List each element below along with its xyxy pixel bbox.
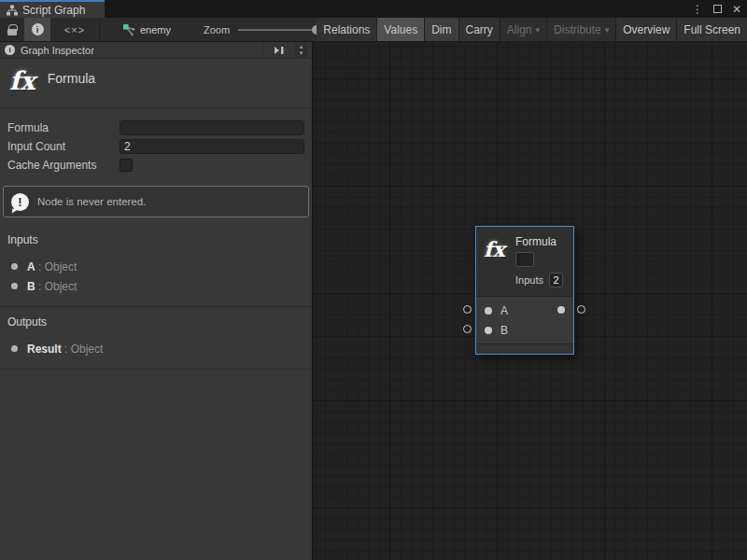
lock-icon <box>7 29 17 35</box>
input-count-field-row: Input Count <box>7 137 304 156</box>
input-type: : Object <box>38 260 77 273</box>
distribute-button[interactable]: Distribute ▾ <box>547 18 615 41</box>
node-title: Formula <box>515 235 563 248</box>
info-icon: i <box>5 45 15 55</box>
inspector-node-title-block: fx Formula <box>0 59 312 108</box>
dim-button[interactable]: Dim <box>425 18 458 41</box>
node-inputs-row: Inputs 2 <box>515 273 563 287</box>
code-icon: <×> <box>64 24 85 35</box>
input-count-label: Input Count <box>7 140 120 153</box>
breadcrumb-graph-name: enemy <box>140 24 171 35</box>
dock-right-icon <box>274 46 285 55</box>
dim-label: Dim <box>431 23 451 36</box>
overview-button[interactable]: Overview <box>616 18 676 41</box>
inputs-header: Inputs <box>7 233 304 246</box>
graph-canvas[interactable]: fx Formula Inputs 2 A <box>313 42 747 560</box>
port-a-label: A <box>500 304 508 317</box>
toolbar-separator <box>99 18 100 41</box>
inspector-fields: Formula Input Count Cache Arguments <box>0 108 312 179</box>
relations-button[interactable]: Relations <box>317 18 376 41</box>
input-count-input[interactable] <box>120 139 304 154</box>
inputs-section: Inputs A : Object B : Object <box>0 225 312 307</box>
node-ports: A B <box>476 296 573 343</box>
input-row-b: B : Object <box>7 276 304 296</box>
maximize-icon[interactable] <box>713 5 722 13</box>
cache-arguments-field-row: Cache Arguments <box>7 156 304 175</box>
zoom-slider[interactable] <box>238 29 318 31</box>
window-menu-icon[interactable]: ⋮ <box>692 3 703 16</box>
inspector-header-title: Graph Inspector <box>21 45 94 56</box>
header-separator <box>262 42 263 59</box>
full-screen-label: Full Screen <box>684 23 740 36</box>
port-b-label: B <box>500 324 508 337</box>
script-graph-window: Script Graph ⋮ ✕ i <×> <box>0 0 747 560</box>
connection-indicator-b[interactable] <box>463 325 472 333</box>
code-view-button[interactable]: <×> <box>50 18 99 41</box>
tab-script-graph[interactable]: Script Graph <box>0 0 105 18</box>
warning-box: ! Node is never entered. <box>3 186 309 217</box>
formula-field-row: Formula <box>7 119 304 137</box>
port-dot-icon <box>11 263 18 270</box>
full-screen-button[interactable]: Full Screen <box>677 18 747 41</box>
formula-field-label: Formula <box>7 121 120 134</box>
cache-arguments-checkbox[interactable] <box>120 159 133 172</box>
info-icon: i <box>32 23 44 35</box>
carry-label: Carry <box>466 23 493 36</box>
formula-input[interactable] <box>120 120 304 135</box>
hierarchy-icon <box>7 5 18 16</box>
outputs-header: Outputs <box>7 315 304 329</box>
input-name: B <box>27 280 35 293</box>
formula-node[interactable]: fx Formula Inputs 2 A <box>475 226 574 355</box>
overview-label: Overview <box>623 23 669 36</box>
align-button[interactable]: Align ▾ <box>500 18 546 41</box>
output-port-result[interactable] <box>557 306 565 314</box>
connection-indicator-result[interactable] <box>577 305 585 314</box>
graph-icon <box>122 23 135 36</box>
output-type: : Object <box>64 343 103 356</box>
values-button[interactable]: Values <box>377 18 424 41</box>
breadcrumb[interactable]: enemy <box>113 18 180 41</box>
input-port-b[interactable] <box>485 327 492 334</box>
inspector-toggle-button[interactable]: i <box>24 18 50 41</box>
close-icon[interactable]: ✕ <box>732 3 741 16</box>
input-row-a: A : Object <box>7 257 304 276</box>
formula-node-header: fx Formula Inputs 2 <box>476 227 573 296</box>
input-port-a[interactable] <box>485 307 492 315</box>
values-label: Values <box>384 23 417 36</box>
warning-text: Node is never entered. <box>37 196 146 207</box>
relations-label: Relations <box>323 23 370 36</box>
zoom-label: Zoom <box>204 24 230 35</box>
scroll-down-icon[interactable]: ▼ <box>299 50 304 57</box>
window-controls: ⋮ ✕ <box>692 0 741 18</box>
port-dot-icon <box>11 345 18 352</box>
dock-panel-button[interactable] <box>269 43 289 58</box>
node-inputs-label: Inputs <box>515 274 543 286</box>
align-label: Align <box>507 23 532 36</box>
lock-button[interactable] <box>0 18 24 41</box>
connection-indicator-a[interactable] <box>463 305 472 314</box>
graph-inspector-panel: i Graph Inspector ▲ ▼ fx Formula Formula <box>0 42 313 560</box>
cache-arguments-label: Cache Arguments <box>7 159 120 172</box>
node-footer <box>476 343 573 354</box>
output-row-result: Result : Object <box>7 339 304 358</box>
scroll-up-icon[interactable]: ▲ <box>299 44 304 50</box>
node-inputs-count-input[interactable]: 2 <box>549 273 563 287</box>
carry-button[interactable]: Carry <box>459 18 500 41</box>
inspector-node-title: Formula <box>48 71 95 86</box>
node-formula-input[interactable] <box>515 252 534 267</box>
output-name: Result <box>27 343 62 356</box>
tab-bar: Script Graph ⋮ ✕ <box>0 0 747 18</box>
port-row-a: A <box>476 301 573 320</box>
tab-label: Script Graph <box>22 4 85 17</box>
chevron-down-icon: ▾ <box>605 25 610 35</box>
input-name: A <box>27 260 35 273</box>
toolbar-left-group: i <×> enemy <box>0 18 180 41</box>
outputs-section: Outputs Result : Object <box>0 307 312 370</box>
distribute-label: Distribute <box>554 23 601 36</box>
fx-icon: fx <box>484 237 505 261</box>
input-type: : Object <box>38 280 77 293</box>
port-dot-icon <box>11 283 18 289</box>
graph-toolbar: i <×> enemy Zoom 1x <box>0 18 747 42</box>
toolbar-right-group: Relations Values Dim Carry Align ▾ Distr… <box>317 18 747 41</box>
inspector-header: i Graph Inspector ▲ ▼ <box>0 42 312 59</box>
